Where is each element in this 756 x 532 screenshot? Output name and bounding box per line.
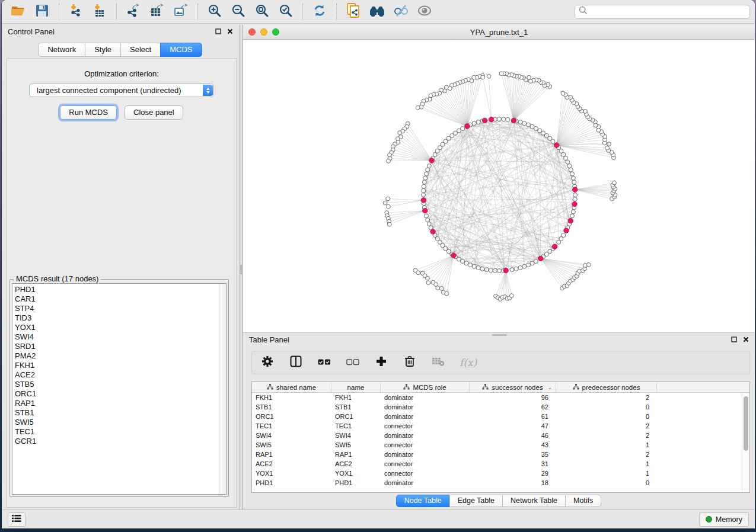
splitter-grip[interactable] (240, 265, 242, 274)
table-row[interactable]: ORC1ORC1dominator610 (252, 412, 749, 421)
mcds-result-item[interactable]: CAR1 (15, 294, 226, 304)
tab-network-table[interactable]: Network Table (502, 495, 566, 507)
float-panel-icon[interactable] (731, 334, 737, 345)
open-file-button[interactable] (7, 2, 30, 21)
column-header-mcds-role[interactable]: MCDS role (381, 382, 470, 392)
zoom-in-button[interactable] (203, 2, 227, 21)
column-header-successor-nodes[interactable]: successor nodes⌄ (470, 382, 556, 392)
table-row[interactable]: YOX1YOX1connector291 (252, 469, 749, 478)
mcds-result-item[interactable]: SRD1 (15, 342, 226, 351)
table-row[interactable]: RAP1RAP1dominator352 (252, 450, 749, 459)
mcds-result-item[interactable]: PMA2 (15, 351, 226, 361)
close-panel-icon[interactable] (743, 334, 749, 345)
column-header-predecessor-nodes[interactable]: predecessor nodes (556, 382, 657, 392)
cell-successor-nodes: 43 (470, 441, 556, 448)
clone-network-button[interactable] (342, 2, 365, 21)
delete-column-button[interactable] (403, 355, 417, 370)
zoom-fit-button[interactable] (250, 2, 274, 21)
refresh-network-button[interactable] (308, 2, 331, 21)
import-table-button[interactable] (88, 2, 111, 21)
vertical-splitter[interactable] (239, 25, 243, 509)
mcds-result-item[interactable]: FKH1 (15, 361, 226, 370)
mcds-result-item[interactable]: STB5 (15, 380, 226, 389)
tab-motifs[interactable]: Motifs (565, 495, 601, 507)
export-image-button[interactable] (169, 2, 193, 21)
mcds-result-item[interactable]: ACE2 (15, 370, 226, 380)
float-panel-icon[interactable] (215, 26, 221, 37)
cell-name: YOX1 (331, 470, 381, 477)
tab-network[interactable]: Network (38, 43, 85, 57)
show-columns-button[interactable] (289, 355, 303, 370)
table-row[interactable]: STB1STB1dominator620 (252, 402, 749, 412)
cell-name: FKH1 (331, 394, 381, 401)
create-column-button[interactable] (374, 355, 388, 370)
mcds-result-item[interactable]: SWI4 (15, 332, 226, 342)
mcds-result-item[interactable]: STP4 (15, 304, 226, 313)
search-networks-button[interactable] (365, 2, 389, 21)
table-row[interactable]: TEC1TEC1connector472 (252, 421, 749, 431)
table-scrollbar-thumb[interactable] (744, 396, 748, 451)
mcds-result-item[interactable]: GCR1 (15, 437, 226, 446)
import-network-button[interactable] (64, 2, 88, 21)
cell-predecessor-nodes: 1 (556, 460, 657, 467)
mcds-result-item[interactable]: ORC1 (15, 389, 226, 399)
cell-successor-nodes: 61 (470, 413, 556, 420)
cell-predecessor-nodes: 0 (556, 413, 657, 420)
mcds-result-item[interactable]: STB1 (15, 408, 226, 418)
mcds-result-item[interactable]: TID3 (15, 313, 226, 323)
mcds-result-item[interactable]: RAP1 (15, 399, 226, 408)
mcds-result-list[interactable]: PHD1CAR1STP4TID3YOX1SWI4SRD1PMA2FKH1ACE2… (12, 283, 227, 495)
zoom-out-button[interactable] (227, 2, 250, 21)
table-row[interactable]: SWI5SWI5connector431 (252, 440, 749, 450)
table-row[interactable]: FKH1FKH1dominator962 (252, 393, 749, 402)
function-builder-button: f(x) (460, 357, 477, 368)
table-row[interactable]: PHD1PHD1dominator180 (252, 478, 749, 488)
optimization-criterion-select[interactable]: largest connected component (undirected) (29, 84, 214, 97)
search-icon (579, 6, 588, 17)
tab-node-table[interactable]: Node Table (396, 495, 450, 507)
cell-successor-nodes: 47 (470, 422, 556, 430)
network-window-titlebar[interactable]: YPA_prune.txt_1 (243, 25, 755, 40)
select-all-button[interactable] (317, 355, 331, 370)
table-scrollbar[interactable] (742, 393, 749, 492)
mcds-result-items: PHD1CAR1STP4TID3YOX1SWI4SRD1PMA2FKH1ACE2… (12, 284, 226, 446)
close-panel-icon[interactable] (227, 26, 233, 37)
tab-style[interactable]: Style (85, 43, 121, 57)
mcds-result-item[interactable]: YOX1 (15, 323, 226, 332)
mcds-result-item[interactable]: PHD1 (15, 285, 226, 294)
table-row[interactable]: SWI4SWI4dominator462 (252, 431, 749, 440)
list-icon (12, 514, 21, 525)
checked-boxes-icon (318, 357, 331, 368)
column-header-shared-name[interactable]: shared name (252, 382, 331, 392)
tab-select[interactable]: Select (120, 43, 161, 57)
run-mcds-button[interactable]: Run MCDS (60, 105, 117, 120)
mcds-result-item[interactable]: SWI5 (15, 418, 226, 427)
tab-mcds[interactable]: MCDS (160, 43, 202, 57)
chevron-down-icon[interactable]: ⌄ (547, 384, 552, 390)
save-session-button[interactable] (30, 2, 54, 21)
mcds-result-scrollbar[interactable] (219, 284, 226, 494)
horizontal-splitter-grip[interactable] (492, 334, 507, 336)
memory-button[interactable]: Memory (699, 512, 749, 527)
search-input[interactable] (588, 8, 746, 16)
status-bar: Memory (2, 509, 755, 528)
network-search-box (575, 5, 750, 19)
import-table-icon (92, 4, 107, 20)
export-network-button[interactable] (122, 2, 145, 21)
close-panel-button[interactable]: Close panel (125, 105, 183, 120)
binoculars-icon (369, 4, 385, 20)
tab-edge-table[interactable]: Edge Table (449, 495, 503, 507)
show-panels-button[interactable] (8, 512, 25, 527)
table-settings-button[interactable] (260, 355, 275, 370)
export-table-button[interactable] (145, 2, 169, 21)
table-row[interactable]: ACE2ACE2connector311 (252, 459, 749, 469)
hide-selection-button[interactable] (389, 2, 413, 21)
cell-shared-name: ORC1 (252, 413, 331, 420)
column-header-name[interactable]: name (331, 382, 381, 392)
show-all-button[interactable] (413, 2, 436, 21)
network-canvas[interactable] (243, 40, 755, 332)
zoom-selected-button[interactable] (274, 2, 298, 21)
mcds-result-item[interactable]: TEC1 (15, 427, 226, 437)
hierarchy-icon (573, 384, 579, 391)
deselect-all-button[interactable] (346, 355, 360, 370)
